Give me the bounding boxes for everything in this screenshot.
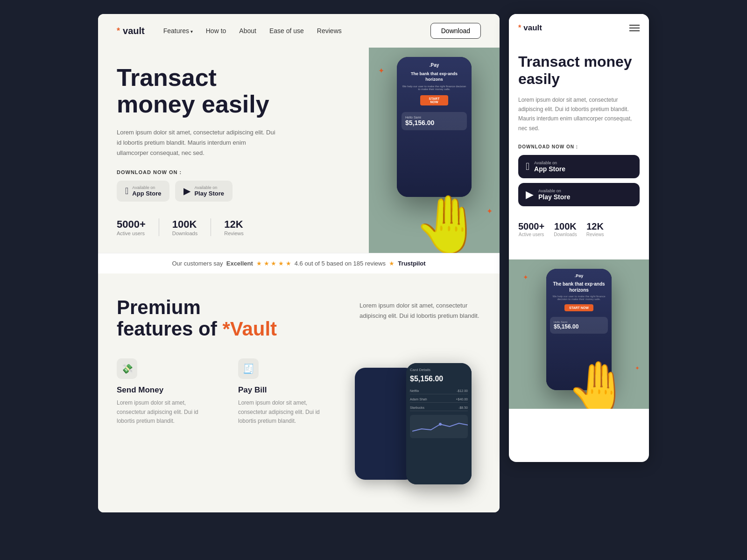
mobile-phone-sub: We help our user to make the right finan… (550, 295, 608, 301)
nav-item-easeofuse[interactable]: Ease of use (269, 27, 304, 35)
mobile-logo: * vault (518, 23, 542, 33)
trustpilot-stars: ★ ★ ★ ★ ★ (256, 260, 291, 267)
logo-star-icon: * (117, 26, 120, 36)
mobile-store-buttons:  Available on App Store ▶ Available on … (518, 155, 640, 206)
hero-title: Transact money easily (117, 64, 350, 118)
mobile-stat-reviews: 12K Reviews (586, 221, 604, 237)
mobile-hero-title: Transact money easily (518, 53, 640, 88)
trustpilot-bar: Our customers say Excellent ★ ★ ★ ★ ★ 4.… (98, 253, 500, 273)
hero-stats: 5000+ Active users 100K Downloads 12K Re… (117, 218, 350, 236)
stat-num-downloads: 100K (172, 218, 197, 231)
hand-emoji: 🤚 (413, 192, 483, 253)
mobile-stats: 5000+ Active users 100K Downloads 12K Re… (518, 221, 640, 248)
phone-screen: .Pay The bank that exp·ands horizons We … (397, 57, 472, 197)
phone-hello: Hello Sami (405, 116, 463, 119)
mobile-content: Transact money easily Lorem ipsum dolor … (509, 42, 649, 259)
trustpilot-rating: 4.6 out of 5 based on 185 reviews (295, 260, 386, 267)
mobile-phone-start-btn: START NOW (564, 304, 593, 311)
stat-num-users: 5000+ (117, 218, 146, 231)
stat-label-downloads: Downloads (172, 231, 197, 236)
phone-amount: $5,156.00 (405, 119, 463, 126)
phone-start-btn: START NOW (420, 95, 448, 105)
mobile-stat-label-users: Active users (518, 232, 544, 237)
mobile-stat-num-users: 5000+ (518, 221, 544, 232)
phone-feat-front: Card Details $5,156.00 Netflix -$12.00 A… (406, 363, 472, 484)
hero-left: Transact money easily Lorem ipsum dolor … (98, 48, 369, 253)
app-store-button[interactable]:  Available on App Store (117, 181, 169, 202)
app-store-text: Available on App Store (132, 185, 161, 197)
mobile-app-store-button[interactable]:  Available on App Store (518, 155, 640, 178)
nav-links: Features How to About Ease of use Review… (163, 27, 416, 35)
hamburger-line-2 (629, 28, 640, 28)
play-store-button[interactable]: ▶ Available on Play Store (175, 181, 233, 202)
features-title: Premium features of *Vault (117, 297, 331, 340)
feature-send-name: Send Money (117, 385, 210, 395)
phone-area: ✦ ✦ .Pay The bank that exp·ands horizons… (369, 48, 500, 253)
transaction-list: Netflix -$12.00 Adam Shah +$40.00 Starbu… (410, 388, 468, 411)
mobile-play-store-text: Available on Play Store (538, 189, 570, 201)
phone-card: Hello Sami $5,156.00 (402, 112, 467, 130)
chart-area (410, 415, 468, 438)
mobile-sparkle-bottom: ✦ (635, 365, 640, 371)
play-store-text: Available on Play Store (194, 185, 224, 197)
mobile-stat-label-downloads: Downloads (554, 232, 577, 237)
sparkle-top-icon: ✦ (378, 66, 384, 75)
mobile-logo-star: * (518, 24, 521, 32)
mobile-view: * vault Transact money easily Lorem ipsu… (509, 14, 649, 462)
mobile-download-label: DOWNLOAD NOW ON : (518, 144, 640, 149)
mobile-pay-logo: .Pay (575, 273, 584, 278)
desktop-view: * vault Features How to About Ease of us… (98, 14, 500, 512)
features-desc: Lorem ipsum dolor sit amet, consectetur … (359, 301, 481, 321)
mobile-stat-num-downloads: 100K (554, 221, 577, 232)
features-title-accent: *Vault (222, 318, 277, 340)
stat-active-users: 5000+ Active users (117, 218, 159, 236)
apple-icon:  (125, 186, 128, 196)
nav-item-about[interactable]: About (239, 27, 256, 35)
card-details-label: Card Details (410, 368, 468, 372)
trustpilot-star-logo: ★ (389, 260, 395, 267)
desktop-logo: * vault (117, 26, 145, 36)
hamburger-menu[interactable] (629, 25, 640, 31)
hero-description: Lorem ipsum dolor sit amet, consectetur … (117, 127, 275, 158)
phone-tagline: The bank that exp·ands horizons (402, 71, 467, 82)
svg-point-0 (439, 423, 442, 426)
pay-bill-icon: 🧾 (238, 358, 259, 379)
mobile-phone-tagline: The bank that exp·ands horizons (550, 281, 608, 293)
features-header: Premium features of *Vault Lorem ipsum d… (117, 297, 481, 340)
phone-mockup: .Pay The bank that exp·ands horizons We … (397, 57, 472, 197)
transaction-item-2: Starbucks -$8.50 (410, 405, 468, 411)
mobile-playstore-icon: ▶ (526, 189, 534, 201)
transaction-item-0: Netflix -$12.00 (410, 388, 468, 394)
nav-item-reviews[interactable]: Reviews (317, 27, 342, 35)
desktop-nav: * vault Features How to About Ease of us… (98, 14, 500, 48)
mobile-stat-num-reviews: 12K (586, 221, 604, 232)
features-grid: 💸 Send Money Lorem ipsum dolor sit amet,… (117, 358, 331, 426)
hero-right-phone: ✦ ✦ .Pay The bank that exp·ands horizons… (369, 48, 500, 253)
mobile-stat-downloads: 100K Downloads (554, 221, 577, 237)
download-now-label: DOWNLOAD NOW ON : (117, 169, 350, 175)
phone-pay-logo: .Pay (402, 63, 467, 68)
mobile-apple-icon:  (526, 161, 529, 173)
mobile-app-store-text: Available on App Store (534, 161, 565, 173)
mobile-play-store-button[interactable]: ▶ Available on Play Store (518, 183, 640, 206)
hamburger-line-1 (629, 25, 640, 26)
feature-send-money: 💸 Send Money Lorem ipsum dolor sit amet,… (117, 358, 210, 426)
mobile-phone-section: ✦ ✦ .Pay The bank that exp·ands horizons… (509, 259, 649, 409)
mobile-logo-text: vault (523, 23, 542, 33)
nav-download-button[interactable]: Download (430, 23, 481, 39)
phone-sub: We help our user to make the right finan… (402, 85, 467, 91)
stat-label-users: Active users (117, 231, 146, 236)
features-section: Premium features of *Vault Lorem ipsum d… (98, 273, 500, 512)
card-balance: $5,156.00 (410, 375, 468, 383)
sparkle-bottom-icon: ✦ (486, 207, 493, 216)
mobile-stat-users: 5000+ Active users (518, 221, 544, 237)
stat-reviews: 12K Reviews (224, 218, 257, 236)
trustpilot-brand: Trustpilot (398, 260, 425, 267)
nav-item-howto[interactable]: How to (206, 27, 226, 35)
store-buttons-group:  Available on App Store ▶ Available on … (117, 181, 350, 202)
mobile-nav: * vault (509, 14, 649, 42)
phone-feat-screen: Card Details $5,156.00 Netflix -$12.00 A… (406, 363, 472, 484)
logo-text: vault (123, 26, 145, 36)
trustpilot-text: Our customers say (172, 260, 223, 267)
nav-item-features[interactable]: Features (163, 27, 193, 35)
